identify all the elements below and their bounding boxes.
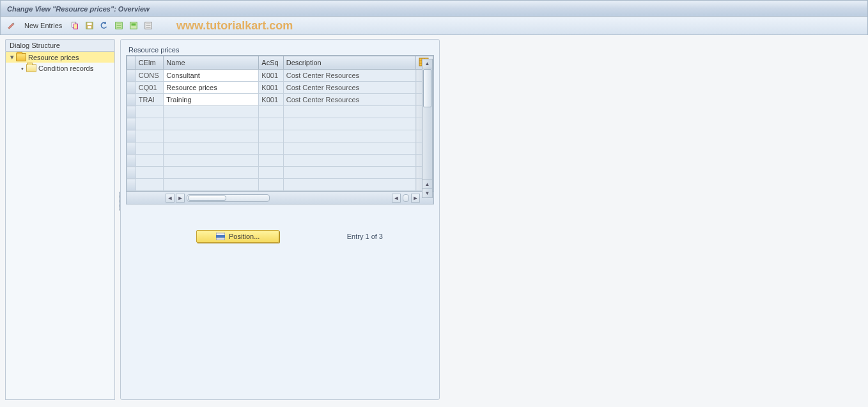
select-block-icon[interactable] [128,20,139,31]
cell-acsq[interactable]: K001 [259,70,283,82]
cell-celm[interactable] [136,155,163,167]
row-selector-header[interactable] [127,56,136,70]
cell-name[interactable] [164,155,259,167]
row-selector[interactable] [127,179,136,191]
cell-celm[interactable] [136,118,163,130]
table-row [127,142,433,155]
cell-desc[interactable] [283,118,416,130]
cell-desc[interactable] [283,167,416,179]
table-row [127,179,433,191]
tree-item-resource-prices[interactable]: ▾ Resource prices [6,52,114,63]
cell-celm[interactable] [136,179,163,191]
cell-name[interactable]: Resource prices [164,82,259,94]
cell-acsq[interactable] [259,155,283,167]
position-label: Position... [229,233,260,240]
vscroll-thumb[interactable] [423,69,431,107]
row-selector[interactable] [127,142,136,155]
row-selector[interactable] [127,106,136,118]
undo-icon[interactable] [98,20,110,31]
cell-celm[interactable] [136,106,163,118]
cell-celm[interactable]: CQ01 [136,82,163,94]
cell-desc[interactable]: Cost Center Resources [283,70,416,82]
cell-name[interactable] [164,142,259,155]
cell-celm[interactable] [136,130,163,142]
table-row [127,167,433,179]
hscroll-left-arrow-r[interactable]: ► [176,194,185,203]
hscroll-left: ◄ ► [165,194,271,203]
col-celm[interactable]: CElm [136,56,163,70]
resource-prices-table: CElm Name AcSq Description CONSConsultan… [127,56,433,191]
cell-acsq[interactable] [259,118,283,130]
vscroll-down-arrow[interactable]: ▲ [422,180,432,188]
save-icon[interactable] [84,20,95,31]
row-selector[interactable] [127,130,136,142]
row-selector[interactable] [127,118,136,130]
svg-rect-11 [216,235,225,238]
hscroll-right-arrow-l[interactable]: ◄ [392,194,401,203]
cell-name[interactable] [164,167,259,179]
hscroll-left-track[interactable] [187,194,270,202]
tree-item-label: Condition records [38,65,93,72]
cell-desc[interactable] [283,179,416,191]
hscroll-right-track[interactable] [403,194,409,202]
cell-acsq[interactable]: K001 [259,82,283,94]
tree-item-condition-records[interactable]: • Condition records [6,63,114,73]
svg-rect-1 [74,24,78,29]
select-all-icon[interactable] [113,20,125,31]
col-acsq[interactable]: AcSq [259,56,283,70]
cell-desc[interactable] [283,106,416,118]
new-entries-button[interactable]: New Entries [20,22,66,29]
cell-name[interactable] [164,106,259,118]
cell-desc[interactable]: Cost Center Resources [283,82,416,94]
cell-name[interactable]: Training [164,94,259,106]
row-selector[interactable] [127,94,136,106]
hscroll-left-thumb[interactable] [188,196,226,201]
main-area: Dialog Structure ▾ Resource prices • Con… [0,35,868,404]
row-selector[interactable] [127,82,136,94]
position-icon [216,233,225,240]
position-button[interactable]: Position... [196,230,279,243]
table-row: TRAITrainingK001Cost Center Resources [127,94,433,106]
cell-name[interactable] [164,118,259,130]
cell-acsq[interactable] [259,106,283,118]
cell-acsq[interactable] [259,130,283,142]
cell-celm[interactable]: CONS [136,70,163,82]
col-name[interactable]: Name [164,56,259,70]
table-footer: Position... Entry 1 of 3 [126,230,434,248]
cell-desc[interactable]: Cost Center Resources [283,94,416,106]
page-title-bar: Change View "Resource prices": Overview [0,0,868,17]
toggle-change-icon[interactable] [6,20,17,31]
vscroll: ▲ ▲ ▼ [422,59,433,198]
cell-desc[interactable] [283,142,416,155]
folder-closed-icon [26,64,36,72]
cell-acsq[interactable] [259,142,283,155]
table-row: CQ01Resource pricesK001Cost Center Resou… [127,82,433,94]
vscroll-down-arrow-2[interactable]: ▼ [422,188,432,197]
hscroll-left-arrow-l[interactable]: ◄ [166,194,174,203]
row-selector[interactable] [127,70,136,82]
hscroll-right-arrow-r[interactable]: ► [411,194,420,203]
cell-acsq[interactable] [259,167,283,179]
cell-desc[interactable] [283,155,416,167]
expander-icon[interactable]: ▾ [8,53,16,61]
svg-rect-7 [132,24,136,26]
dialog-structure-tree: ▾ Resource prices • Condition records [5,52,115,400]
vscroll-up-arrow[interactable]: ▲ [422,59,432,68]
table-row [127,130,433,142]
watermark-text: www.tutorialkart.com [176,19,293,33]
cell-celm[interactable] [136,142,163,155]
col-description[interactable]: Description [283,56,416,70]
cell-desc[interactable] [283,130,416,142]
row-selector[interactable] [127,167,136,179]
cell-acsq[interactable]: K001 [259,94,283,106]
cell-name[interactable]: Consultant [164,70,259,82]
cell-celm[interactable] [136,167,163,179]
cell-name[interactable] [164,130,259,142]
cell-acsq[interactable] [259,179,283,191]
copy-icon[interactable] [69,20,81,31]
cell-name[interactable] [164,179,259,191]
deselect-all-icon[interactable] [143,20,154,31]
row-selector[interactable] [127,155,136,167]
cell-celm[interactable]: TRAI [136,94,163,106]
app-toolbar: New Entries www.tutorialkart.com [0,17,868,35]
